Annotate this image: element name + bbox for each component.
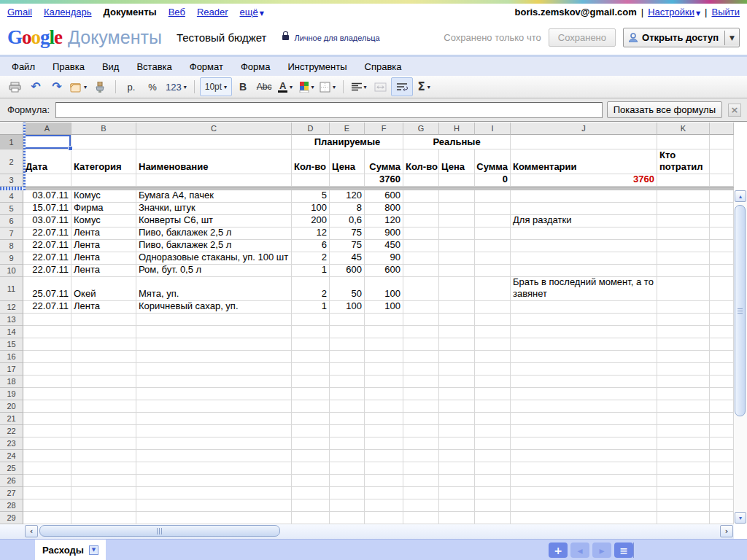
cell-I7[interactable] <box>475 228 511 240</box>
cell-A13[interactable] <box>23 314 71 326</box>
cell-G26[interactable] <box>403 475 439 487</box>
cell-A8[interactable]: 22.07.11 <box>23 240 71 252</box>
cell-D25[interactable] <box>292 462 330 475</box>
select-all-corner[interactable] <box>0 122 23 135</box>
cell-extra21[interactable] <box>710 413 734 425</box>
cell-J19[interactable] <box>511 388 657 400</box>
cell-K10[interactable] <box>657 265 710 277</box>
undo-button[interactable]: ↶ <box>26 78 46 96</box>
cell-K17[interactable] <box>657 363 710 376</box>
cell-D20[interactable] <box>292 400 330 413</box>
menu-help[interactable]: Справка <box>356 58 411 75</box>
cell-K11[interactable] <box>657 277 710 301</box>
cell-G13[interactable] <box>403 314 439 326</box>
cell-D28[interactable] <box>292 499 330 512</box>
cell-B19[interactable] <box>71 388 136 400</box>
cell-F18[interactable] <box>365 376 403 388</box>
cell-J22[interactable] <box>511 425 657 438</box>
cell-I4[interactable] <box>475 190 511 203</box>
cell-K12[interactable] <box>657 301 710 314</box>
cell-K3[interactable] <box>657 174 710 187</box>
cell-G23[interactable] <box>403 438 439 450</box>
cell-C20[interactable] <box>136 400 292 413</box>
cell-F2[interactable]: Сумма <box>365 149 403 174</box>
cell-J1[interactable] <box>511 135 657 149</box>
cell-H29[interactable] <box>439 512 475 524</box>
cell-K20[interactable] <box>657 400 710 413</box>
cell-extra6[interactable] <box>710 215 734 228</box>
cell-I24[interactable] <box>475 450 511 462</box>
row-header-16[interactable]: 16 <box>0 351 23 363</box>
cell-J3[interactable]: 3760 <box>511 174 657 187</box>
cell-E10[interactable]: 600 <box>330 265 365 277</box>
column-header-F[interactable]: F <box>365 122 403 135</box>
cell-extra11[interactable] <box>710 277 734 301</box>
cell-H26[interactable] <box>439 475 475 487</box>
column-header-A[interactable]: A <box>23 122 71 135</box>
cell-extra16[interactable] <box>710 351 734 363</box>
cell-B22[interactable] <box>71 425 136 438</box>
cell-G16[interactable] <box>403 351 439 363</box>
cell-E28[interactable] <box>330 499 365 512</box>
cell-I21[interactable] <box>475 413 511 425</box>
cell-F23[interactable] <box>365 438 403 450</box>
cell-C14[interactable] <box>136 326 292 338</box>
cell-E14[interactable] <box>330 326 365 338</box>
cell-C24[interactable] <box>136 450 292 462</box>
cell-G2[interactable]: Кол-во <box>403 149 439 174</box>
cell-C12[interactable]: Коричневый сахар, уп. <box>136 301 292 314</box>
cell-G22[interactable] <box>403 425 439 438</box>
cell-E8[interactable]: 75 <box>330 240 365 252</box>
cell-D1[interactable]: Планируемые <box>292 135 403 149</box>
cell-D19[interactable] <box>292 388 330 400</box>
cell-I23[interactable] <box>475 438 511 450</box>
cell-K18[interactable] <box>657 376 710 388</box>
sum-button[interactable]: Σ▾ <box>414 78 434 96</box>
row-header-2[interactable]: 2 <box>0 149 23 174</box>
cell-I6[interactable] <box>475 215 511 228</box>
cell-F20[interactable] <box>365 400 403 413</box>
cell-A17[interactable] <box>23 363 71 376</box>
cell-I11[interactable] <box>475 277 511 301</box>
cell-A1[interactable] <box>23 135 71 149</box>
cell-D16[interactable] <box>292 351 330 363</box>
cell-B21[interactable] <box>71 413 136 425</box>
cell-K22[interactable] <box>657 425 710 438</box>
cell-E16[interactable] <box>330 351 365 363</box>
cell-D18[interactable] <box>292 376 330 388</box>
cell-J7[interactable] <box>511 228 657 240</box>
wrap-text-button[interactable] <box>391 77 413 96</box>
fill-handle[interactable] <box>68 146 73 151</box>
cell-H27[interactable] <box>439 487 475 499</box>
column-header-G[interactable]: G <box>403 122 439 135</box>
cell-G5[interactable] <box>403 203 439 215</box>
fill-color-button[interactable]: ▾ <box>296 78 317 96</box>
cell-D14[interactable] <box>292 326 330 338</box>
cell-extra17[interactable] <box>710 363 734 376</box>
cell-B28[interactable] <box>71 499 136 512</box>
row-header-4[interactable]: 4 <box>0 190 23 203</box>
cell-extra3[interactable] <box>710 174 734 187</box>
row-header-22[interactable]: 22 <box>0 425 23 438</box>
cell-J28[interactable] <box>511 499 657 512</box>
cell-G24[interactable] <box>403 450 439 462</box>
cell-C11[interactable]: Мята, уп. <box>136 277 292 301</box>
cell-H15[interactable] <box>439 338 475 351</box>
cell-G28[interactable] <box>403 499 439 512</box>
topbar-link-gmail[interactable]: Gmail <box>7 7 32 18</box>
cell-F9[interactable]: 90 <box>365 252 403 265</box>
sheet-list-button[interactable]: ≡ <box>614 542 633 558</box>
row-header-17[interactable]: 17 <box>0 363 23 376</box>
cell-C6[interactable]: Конверты С6, шт <box>136 215 292 228</box>
cell-K8[interactable] <box>657 240 710 252</box>
cell-I16[interactable] <box>475 351 511 363</box>
cell-J11[interactable]: Брать в последний момент, а то завянет <box>511 277 657 301</box>
cell-D8[interactable]: 6 <box>292 240 330 252</box>
column-header-J[interactable]: J <box>511 122 657 135</box>
cell-G25[interactable] <box>403 462 439 475</box>
cell-C7[interactable]: Пиво, баклажек 2,5 л <box>136 228 292 240</box>
cell-G3[interactable] <box>403 174 439 187</box>
vertical-scrollbar[interactable]: ▴ ▾ <box>734 190 747 524</box>
cell-extra13[interactable] <box>710 314 734 326</box>
cell-E3[interactable] <box>330 174 365 187</box>
